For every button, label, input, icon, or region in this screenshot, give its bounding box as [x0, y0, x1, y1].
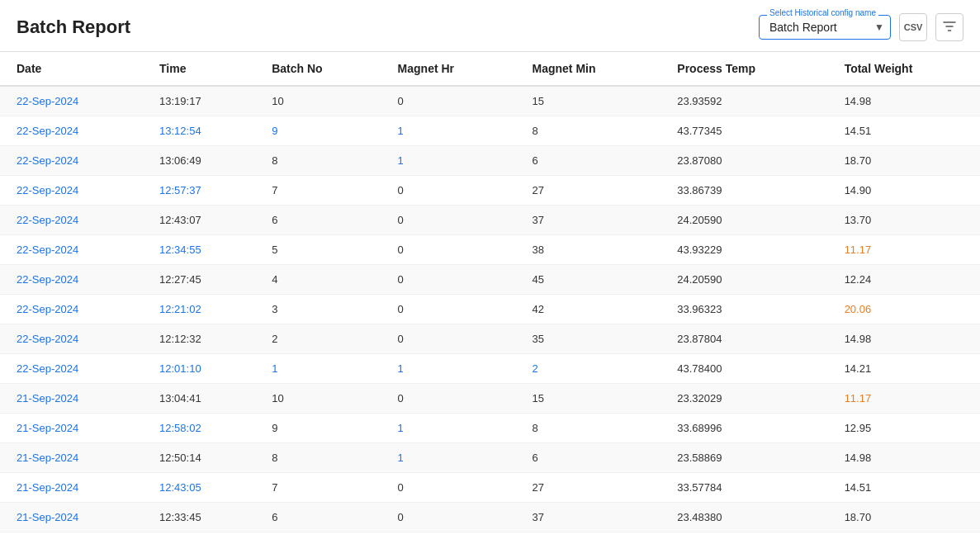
table-cell-0: 22-Sep-2024: [0, 354, 143, 384]
table-cell-5: 43.78400: [660, 354, 827, 384]
table-row: 22-Sep-202412:43:07603724.2059013.70: [0, 206, 980, 235]
table-cell-2: 2: [255, 324, 381, 354]
config-select[interactable]: Batch Report: [759, 15, 891, 40]
table-cell-5: 23.58869: [660, 443, 827, 473]
filter-button[interactable]: [935, 13, 963, 41]
table-cell-4: 15: [516, 384, 661, 414]
table-cell-4: 27: [516, 473, 661, 503]
table-cell-0: 22-Sep-2024: [0, 176, 143, 206]
table-cell-3: 0: [381, 473, 516, 503]
table-cell-6: 11.17: [828, 235, 980, 265]
select-label: Select Historical config name: [767, 8, 878, 17]
table-cell-2: 8: [255, 146, 381, 176]
table-cell-4: 15: [516, 86, 661, 116]
col-header-magnet-hr: Magnet Hr: [381, 52, 516, 86]
table-cell-1: 13:12:54: [143, 116, 255, 146]
table-cell-5: 24.20590: [660, 265, 827, 295]
table-cell-5: 43.77345: [660, 116, 827, 146]
table-row: 22-Sep-202412:34:55503843.9322911.17: [0, 235, 980, 265]
table-cell-1: 12:33:45: [143, 503, 255, 532]
table-cell-3: 0: [381, 324, 516, 354]
table-cell-3: 0: [381, 384, 516, 414]
table-cell-2: 7: [255, 473, 381, 503]
page-header: Batch Report Select Historical config na…: [0, 0, 980, 52]
table-cell-6: 14.98: [828, 443, 980, 473]
page-title: Batch Report: [17, 17, 130, 38]
col-header-process-temp: Process Temp: [660, 52, 827, 86]
table-cell-3: 1: [381, 354, 516, 384]
table-cell-1: 13:04:41: [143, 384, 255, 414]
table-row: 21-Sep-202412:33:45603723.4838018.70: [0, 503, 980, 532]
table-cell-0: 22-Sep-2024: [0, 265, 143, 295]
table-cell-5: 23.87080: [660, 146, 827, 176]
table-cell-3: 0: [381, 86, 516, 116]
table-row: 22-Sep-202412:01:1011243.7840014.21: [0, 354, 980, 384]
table-cell-4: 37: [516, 206, 661, 235]
table-cell-0: 21-Sep-2024: [0, 503, 143, 532]
table-cell-4: 6: [516, 443, 661, 473]
table-cell-1: 12:34:55: [143, 235, 255, 265]
table-header-row: Date Time Batch No Magnet Hr Magnet Min …: [0, 52, 980, 86]
filter-icon: [943, 20, 956, 35]
table-cell-6: 20.06: [828, 295, 980, 324]
table-cell-5: 33.68996: [660, 414, 827, 443]
table-cell-5: 24.20590: [660, 206, 827, 235]
table-cell-1: 12:50:14: [143, 443, 255, 473]
table-cell-2: 8: [255, 443, 381, 473]
table-cell-4: 2: [516, 354, 661, 384]
table-cell-1: 12:12:32: [143, 324, 255, 354]
table-container: Date Time Batch No Magnet Hr Magnet Min …: [0, 52, 980, 532]
table-cell-6: 14.98: [828, 324, 980, 354]
table-cell-6: 12.95: [828, 414, 980, 443]
table-cell-5: 33.86739: [660, 176, 827, 206]
table-cell-6: 14.51: [828, 473, 980, 503]
table-cell-0: 21-Sep-2024: [0, 384, 143, 414]
table-cell-5: 23.93592: [660, 86, 827, 116]
table-cell-6: 14.51: [828, 116, 980, 146]
batch-report-table: Date Time Batch No Magnet Hr Magnet Min …: [0, 52, 980, 532]
table-cell-2: 6: [255, 206, 381, 235]
table-cell-2: 5: [255, 235, 381, 265]
table-cell-2: 10: [255, 86, 381, 116]
table-cell-1: 13:19:17: [143, 86, 255, 116]
table-cell-5: 23.48380: [660, 503, 827, 532]
table-cell-0: 22-Sep-2024: [0, 86, 143, 116]
table-cell-3: 1: [381, 443, 516, 473]
table-cell-4: 38: [516, 235, 661, 265]
table-cell-4: 6: [516, 146, 661, 176]
table-row: 21-Sep-202412:50:1481623.5886914.98: [0, 443, 980, 473]
table-cell-5: 33.96323: [660, 295, 827, 324]
table-cell-6: 18.70: [828, 146, 980, 176]
table-cell-3: 0: [381, 265, 516, 295]
table-row: 22-Sep-202413:19:171001523.9359214.98: [0, 86, 980, 116]
table-cell-6: 14.98: [828, 86, 980, 116]
table-cell-4: 45: [516, 265, 661, 295]
table-cell-6: 12.24: [828, 265, 980, 295]
table-cell-0: 22-Sep-2024: [0, 324, 143, 354]
table-cell-0: 22-Sep-2024: [0, 206, 143, 235]
table-cell-5: 23.87804: [660, 324, 827, 354]
table-cell-1: 12:57:37: [143, 176, 255, 206]
table-cell-6: 14.90: [828, 176, 980, 206]
table-cell-2: 3: [255, 295, 381, 324]
table-cell-1: 12:21:02: [143, 295, 255, 324]
header-controls: Select Historical config name Batch Repo…: [759, 13, 963, 41]
table-row: 22-Sep-202412:27:45404524.2059012.24: [0, 265, 980, 295]
col-header-magnet-min: Magnet Min: [516, 52, 661, 86]
table-row: 22-Sep-202413:12:5491843.7734514.51: [0, 116, 980, 146]
table-cell-3: 0: [381, 176, 516, 206]
table-cell-3: 1: [381, 414, 516, 443]
table-cell-1: 12:27:45: [143, 265, 255, 295]
table-cell-6: 18.70: [828, 503, 980, 532]
table-cell-0: 22-Sep-2024: [0, 146, 143, 176]
table-cell-5: 43.93229: [660, 235, 827, 265]
table-cell-3: 0: [381, 206, 516, 235]
col-header-batch-no: Batch No: [255, 52, 381, 86]
table-cell-4: 8: [516, 116, 661, 146]
table-cell-4: 35: [516, 324, 661, 354]
col-header-time: Time: [143, 52, 255, 86]
col-header-date: Date: [0, 52, 143, 86]
csv-export-button[interactable]: CSV: [899, 13, 927, 41]
table-row: 22-Sep-202412:21:02304233.9632320.06: [0, 295, 980, 324]
table-cell-6: 13.70: [828, 206, 980, 235]
